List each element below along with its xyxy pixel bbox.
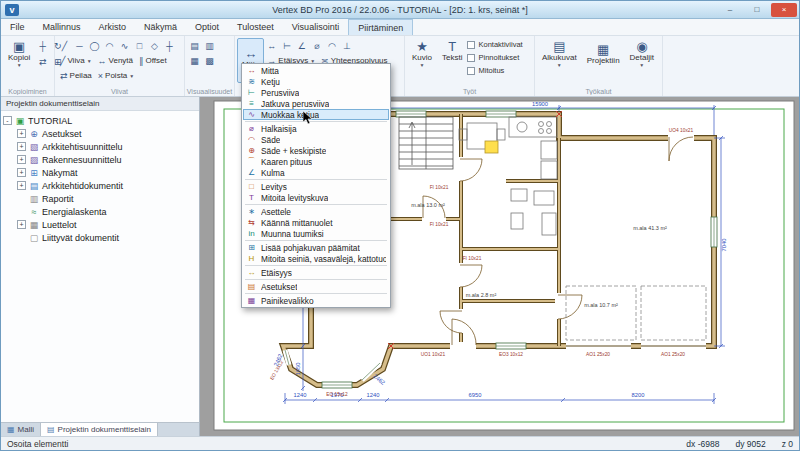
alkukuvat-button[interactable]: ▤ Alkukuvat ▼ — [537, 38, 582, 70]
fill-icon[interactable]: ▦ — [187, 53, 202, 68]
menu-item-ketju[interactable]: ≋Ketju — [243, 76, 389, 87]
expand-icon[interactable]: + — [17, 142, 26, 151]
settings-icon: ⊕ — [29, 129, 39, 139]
linear-dim-icon[interactable]: ↔ — [264, 38, 279, 53]
svg-text:UO1 10x21: UO1 10x21 — [421, 352, 446, 357]
menu-item-mitta[interactable]: ↔Mitta — [243, 65, 389, 76]
tree-item-rakennesuunnittelu[interactable]: +▨Rakennesuunnittelu — [17, 153, 197, 166]
menu-item-kaaren-pituus[interactable]: ⌒Kaaren pituus — [243, 156, 389, 167]
highlighted-chair[interactable] — [485, 141, 498, 153]
menu-item-mitoita-seinia[interactable]: HMitoita seiniä, vasavälejä, kattotuoliv… — [243, 253, 389, 264]
pinnoitukset-checkbox[interactable]: Pinnoitukset — [467, 51, 522, 64]
menu-item-kulma[interactable]: ∠Kulma — [243, 167, 389, 178]
tree-item-arkkitehtisuunnittelu[interactable]: +▧Arkkitehtisuunnittelu — [17, 140, 197, 153]
linked-doc-icon: ▢ — [29, 233, 39, 243]
teksti-button[interactable]: T Teksti — [437, 38, 467, 64]
move-icon[interactable]: ┼ — [35, 38, 50, 53]
tree-item-raportit[interactable]: ▥Raportit — [17, 192, 197, 205]
menu-item-lisaa-pohjakuvan-paamitat[interactable]: ⊞Lisää pohjakuvan päämitat — [243, 242, 389, 253]
venyta-button[interactable]: ↔Venytä — [95, 53, 136, 68]
projektiin-button[interactable]: ▦ Projektiin — [582, 38, 625, 70]
radius-icon: ◠ — [246, 135, 257, 144]
baseline-dim-icon[interactable]: ⊢ — [279, 38, 294, 53]
menu-item-kaanna-mittanuolet[interactable]: ⇆Käännä mittanuolet — [243, 217, 389, 228]
tree-item-energialaskenta[interactable]: ≈Energialaskenta — [17, 205, 197, 218]
menu-nakyma[interactable]: Näkymä — [135, 19, 186, 35]
perpendicular-icon[interactable]: ⊥ — [339, 38, 354, 53]
menu-item-perusviiva[interactable]: ⊢Perusviiva — [243, 87, 389, 98]
tree-item-liittyvat-dokumentit[interactable]: ▢Liittyvät dokumentit — [17, 231, 197, 244]
arc-icon[interactable]: ◠ — [102, 38, 117, 53]
offset-button[interactable]: ∥Offset — [136, 53, 170, 68]
expand-icon[interactable]: + — [17, 181, 26, 190]
menu-optiot[interactable]: Optiot — [186, 19, 228, 35]
close-button[interactable]: × — [771, 3, 797, 17]
menu-tulosteet[interactable]: Tulosteet — [228, 19, 283, 35]
minimize-button[interactable]: – — [717, 3, 743, 17]
tree-item-nakymat[interactable]: +⊞Näkymät — [17, 166, 197, 179]
menu-separator — [245, 240, 387, 241]
mitoitus-checkbox[interactable]: Mitoitus — [467, 64, 522, 77]
kuvio-button[interactable]: ★ Kuvio ▼ — [407, 38, 437, 70]
mirror-icon[interactable]: ⇄ — [35, 54, 50, 69]
menu-piirtaminen[interactable]: Piirtäminen — [348, 19, 413, 35]
doc-tabs-bar: ▦Malli ▤Projektin dokumenttiselain — [1, 422, 200, 436]
menu-item-painikevalikko[interactable]: ▦Painikevalikko — [243, 295, 389, 306]
chevron-down-icon: ▼ — [87, 58, 92, 64]
menu-item-sade[interactable]: ◠Säde — [243, 134, 389, 145]
menu-item-muokkaa-ketjua[interactable]: ∿Muokkaa ketjua — [243, 109, 389, 120]
menu-mallinnus[interactable]: Mallinnus — [34, 19, 90, 35]
peilaa-button[interactable]: ⇄Peilaa — [57, 68, 95, 83]
checkbox-icon — [467, 41, 475, 49]
hatch-icon[interactable]: ▤ — [187, 38, 202, 53]
menu-item-jatkuva-perusviiva[interactable]: ≡Jatkuva perusviiva — [243, 98, 389, 109]
expand-icon[interactable]: + — [17, 129, 26, 138]
poista-button[interactable]: ×Poista▼ — [95, 68, 137, 83]
collapse-icon[interactable]: - — [3, 116, 12, 125]
documents-icon: ▤ — [29, 181, 39, 191]
expand-icon[interactable]: + — [17, 168, 26, 177]
menu-item-sade-keskipiste[interactable]: ⊕Säde + keskipiste — [243, 145, 389, 156]
copy-button[interactable]: ▣ Kopioi ▼ — [3, 38, 35, 70]
cross-icon[interactable]: ┼ — [162, 38, 177, 53]
tab-malli[interactable]: ▦Malli — [1, 423, 41, 436]
menu-item-etaisyys[interactable]: ↔Etäisyys — [243, 267, 389, 278]
menu-item-mitoita-levityskuva[interactable]: TMitoita levityskuva — [243, 192, 389, 203]
tree-item-arkkitehtidokumentit[interactable]: +▤Arkkitehtidokumentit — [17, 179, 197, 192]
detaljit-button[interactable]: ◉ Detaljit ▼ — [625, 38, 659, 70]
svg-text:AO1 25x20: AO1 25x20 — [661, 352, 685, 357]
viiva-button[interactable]: ╱Viiva▼ — [57, 53, 95, 68]
svg-text:7040: 7040 — [721, 239, 727, 252]
tree-root-tutorial[interactable]: - ▣ TUTORIAL — [3, 114, 197, 127]
segment-icon[interactable]: ─ — [72, 38, 87, 53]
svg-text:m.ala 2.8 m²: m.ala 2.8 m² — [466, 292, 497, 298]
expand-icon[interactable]: + — [17, 220, 26, 229]
rectangle-icon[interactable]: □ — [132, 38, 147, 53]
diameter-dim-icon[interactable]: ⌀ — [309, 38, 324, 53]
polygon-icon[interactable]: ◇ — [147, 38, 162, 53]
kontaktiviivat-checkbox[interactable]: Kontaktiviivat — [467, 38, 522, 51]
maximize-button[interactable]: □ — [744, 3, 770, 17]
shade-icon[interactable]: ▥ — [202, 38, 217, 53]
text-icon: T — [448, 40, 456, 53]
menu-arkisto[interactable]: Arkisto — [90, 19, 136, 35]
line-icon[interactable]: ╱ — [57, 38, 72, 53]
spline-icon[interactable]: ∿ — [117, 38, 132, 53]
tree-item-asetukset[interactable]: +⊕Asetukset — [17, 127, 197, 140]
status-message: Osoita elementti — [7, 439, 68, 449]
tab-projektin-dokumenttiselain[interactable]: ▤Projektin dokumenttiselain — [41, 423, 158, 436]
menu-item-levitys[interactable]: □Levitys — [243, 181, 389, 192]
menu-visualisointi[interactable]: Visualisointi — [283, 19, 348, 35]
texture-icon[interactable]: ▩ — [202, 53, 217, 68]
menu-item-muunna-tuumiksi[interactable]: inMuunna tuumiksi — [243, 228, 389, 239]
tree-item-luettelot[interactable]: +▦Luettelot — [17, 218, 197, 231]
copy-icon: ▣ — [13, 40, 25, 53]
radius-dim-icon[interactable]: ◠ — [324, 38, 339, 53]
expand-icon[interactable]: + — [17, 155, 26, 164]
menu-file[interactable]: File — [1, 19, 34, 35]
circle-icon[interactable]: ◯ — [87, 38, 102, 53]
menu-item-halkaisija[interactable]: ⌀Halkaisija — [243, 123, 389, 134]
menu-item-asetukset[interactable]: ▤Asetukset — [243, 281, 389, 292]
angle-dim-icon[interactable]: ∠ — [294, 38, 309, 53]
menu-item-asettele[interactable]: ∗Asettele — [243, 206, 389, 217]
